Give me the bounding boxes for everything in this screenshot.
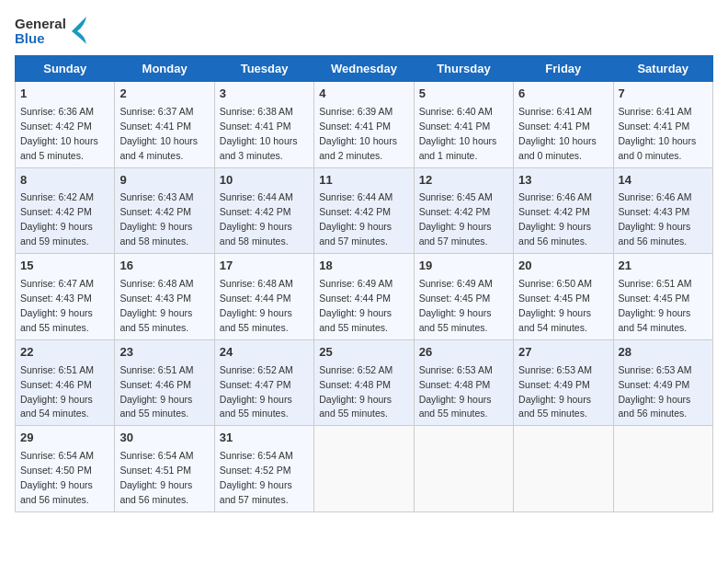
calendar-day-cell: 25 Sunrise: 6:52 AMSunset: 4:48 PMDaylig…	[314, 339, 414, 426]
calendar-day-cell: 16 Sunrise: 6:48 AMSunset: 4:43 PMDaylig…	[115, 254, 214, 340]
day-detail: Sunrise: 6:51 AMSunset: 4:46 PMDaylight:…	[119, 364, 193, 419]
day-number: 5	[419, 86, 508, 103]
calendar-day-cell: 24 Sunrise: 6:52 AMSunset: 4:47 PMDaylig…	[214, 339, 313, 426]
day-number: 17	[220, 258, 309, 275]
day-number: 9	[119, 172, 209, 190]
calendar-day-cell: 30 Sunrise: 6:54 AMSunset: 4:51 PMDaylig…	[115, 426, 214, 512]
calendar-week-row: 1 Sunrise: 6:36 AMSunset: 4:42 PMDayligh…	[16, 82, 713, 168]
calendar-day-cell: 14 Sunrise: 6:46 AMSunset: 4:43 PMDaylig…	[613, 167, 712, 254]
day-number: 2	[119, 86, 209, 103]
day-number: 26	[419, 344, 508, 362]
day-detail: Sunrise: 6:47 AMSunset: 4:43 PMDaylight:…	[20, 278, 94, 333]
day-detail: Sunrise: 6:46 AMSunset: 4:42 PMDaylight:…	[518, 191, 592, 247]
day-detail: Sunrise: 6:48 AMSunset: 4:43 PMDaylight:…	[119, 278, 193, 333]
calendar-day-cell: 8 Sunrise: 6:42 AMSunset: 4:42 PMDayligh…	[16, 167, 115, 254]
calendar-week-row: 29 Sunrise: 6:54 AMSunset: 4:50 PMDaylig…	[16, 426, 713, 512]
day-detail: Sunrise: 6:51 AMSunset: 4:46 PMDaylight:…	[20, 364, 94, 419]
day-number: 23	[119, 344, 209, 362]
day-number: 24	[220, 344, 309, 362]
calendar-table: SundayMondayTuesdayWednesdayThursdayFrid…	[15, 55, 713, 512]
day-number: 22	[20, 344, 109, 362]
calendar-day-cell: 20 Sunrise: 6:50 AMSunset: 4:45 PMDaylig…	[514, 254, 613, 340]
day-number: 16	[119, 258, 209, 275]
day-number: 25	[319, 344, 408, 362]
calendar-day-cell: 31 Sunrise: 6:54 AMSunset: 4:52 PMDaylig…	[214, 426, 313, 512]
calendar-day-cell	[514, 426, 613, 512]
calendar-header: SundayMondayTuesdayWednesdayThursdayFrid…	[16, 56, 713, 82]
day-detail: Sunrise: 6:49 AMSunset: 4:45 PMDaylight:…	[419, 278, 493, 333]
weekday-header: Saturday	[613, 56, 712, 82]
calendar-day-cell: 2 Sunrise: 6:37 AMSunset: 4:41 PMDayligh…	[115, 82, 214, 168]
calendar-day-cell: 17 Sunrise: 6:48 AMSunset: 4:44 PMDaylig…	[214, 254, 313, 340]
day-number: 21	[619, 258, 708, 275]
calendar-day-cell: 23 Sunrise: 6:51 AMSunset: 4:46 PMDaylig…	[115, 339, 214, 426]
day-number: 8	[20, 172, 109, 190]
day-detail: Sunrise: 6:41 AMSunset: 4:41 PMDaylight:…	[518, 106, 597, 161]
calendar-day-cell: 4 Sunrise: 6:39 AMSunset: 4:41 PMDayligh…	[314, 82, 414, 168]
day-number: 30	[119, 430, 209, 447]
header: General Blue	[15, 15, 713, 48]
day-number: 7	[619, 86, 708, 103]
calendar-week-row: 22 Sunrise: 6:51 AMSunset: 4:46 PMDaylig…	[16, 339, 713, 426]
calendar-day-cell: 13 Sunrise: 6:46 AMSunset: 4:42 PMDaylig…	[514, 167, 613, 254]
day-number: 29	[20, 430, 109, 447]
logo: General Blue	[15, 15, 88, 48]
day-number: 12	[419, 172, 508, 190]
weekday-header: Wednesday	[314, 56, 414, 82]
weekday-header: Thursday	[414, 56, 513, 82]
day-detail: Sunrise: 6:49 AMSunset: 4:44 PMDaylight:…	[319, 278, 392, 333]
day-detail: Sunrise: 6:36 AMSunset: 4:42 PMDaylight:…	[20, 106, 98, 161]
day-detail: Sunrise: 6:44 AMSunset: 4:42 PMDaylight:…	[319, 191, 392, 247]
day-detail: Sunrise: 6:54 AMSunset: 4:50 PMDaylight:…	[20, 450, 94, 505]
day-number: 13	[518, 172, 608, 190]
weekday-header: Sunday	[16, 56, 115, 82]
day-detail: Sunrise: 6:40 AMSunset: 4:41 PMDaylight:…	[419, 106, 497, 161]
day-detail: Sunrise: 6:52 AMSunset: 4:48 PMDaylight:…	[319, 364, 392, 419]
day-detail: Sunrise: 6:54 AMSunset: 4:52 PMDaylight:…	[220, 450, 293, 505]
day-detail: Sunrise: 6:53 AMSunset: 4:49 PMDaylight:…	[518, 364, 592, 419]
logo-general-text: General	[15, 17, 66, 32]
calendar-day-cell: 12 Sunrise: 6:45 AMSunset: 4:42 PMDaylig…	[414, 167, 513, 254]
day-number: 11	[319, 172, 408, 190]
logo-combined: General Blue	[15, 15, 88, 48]
calendar-day-cell	[414, 426, 513, 512]
day-number: 20	[518, 258, 608, 275]
day-detail: Sunrise: 6:53 AMSunset: 4:49 PMDaylight:…	[619, 364, 692, 419]
calendar-day-cell: 21 Sunrise: 6:51 AMSunset: 4:45 PMDaylig…	[613, 254, 712, 340]
day-detail: Sunrise: 6:53 AMSunset: 4:48 PMDaylight:…	[419, 364, 493, 419]
calendar-day-cell: 7 Sunrise: 6:41 AMSunset: 4:41 PMDayligh…	[613, 82, 712, 168]
day-number: 31	[220, 430, 309, 447]
calendar-day-cell: 22 Sunrise: 6:51 AMSunset: 4:46 PMDaylig…	[16, 339, 115, 426]
day-number: 10	[220, 172, 309, 190]
calendar-day-cell: 5 Sunrise: 6:40 AMSunset: 4:41 PMDayligh…	[414, 82, 513, 168]
logo-blue-text: Blue	[15, 31, 66, 47]
calendar-day-cell: 26 Sunrise: 6:53 AMSunset: 4:48 PMDaylig…	[414, 339, 513, 426]
day-detail: Sunrise: 6:37 AMSunset: 4:41 PMDaylight:…	[119, 106, 198, 161]
day-detail: Sunrise: 6:46 AMSunset: 4:43 PMDaylight:…	[619, 191, 692, 247]
day-detail: Sunrise: 6:42 AMSunset: 4:42 PMDaylight:…	[20, 191, 94, 247]
day-detail: Sunrise: 6:48 AMSunset: 4:44 PMDaylight:…	[220, 278, 293, 333]
weekday-header: Friday	[514, 56, 613, 82]
day-detail: Sunrise: 6:54 AMSunset: 4:51 PMDaylight:…	[119, 450, 193, 505]
calendar-day-cell: 9 Sunrise: 6:43 AMSunset: 4:42 PMDayligh…	[115, 167, 214, 254]
day-detail: Sunrise: 6:51 AMSunset: 4:45 PMDaylight:…	[619, 278, 692, 333]
calendar-day-cell	[314, 426, 414, 512]
calendar-day-cell: 27 Sunrise: 6:53 AMSunset: 4:49 PMDaylig…	[514, 339, 613, 426]
calendar-day-cell: 18 Sunrise: 6:49 AMSunset: 4:44 PMDaylig…	[314, 254, 414, 340]
day-number: 27	[518, 344, 608, 362]
calendar-week-row: 15 Sunrise: 6:47 AMSunset: 4:43 PMDaylig…	[16, 254, 713, 340]
weekday-header: Tuesday	[214, 56, 313, 82]
calendar-day-cell: 28 Sunrise: 6:53 AMSunset: 4:49 PMDaylig…	[613, 339, 712, 426]
day-number: 4	[319, 86, 408, 103]
day-detail: Sunrise: 6:41 AMSunset: 4:41 PMDaylight:…	[619, 106, 697, 161]
day-detail: Sunrise: 6:39 AMSunset: 4:41 PMDaylight:…	[319, 106, 397, 161]
calendar-day-cell: 15 Sunrise: 6:47 AMSunset: 4:43 PMDaylig…	[16, 254, 115, 340]
calendar-day-cell: 3 Sunrise: 6:38 AMSunset: 4:41 PMDayligh…	[214, 82, 313, 168]
calendar-day-cell: 19 Sunrise: 6:49 AMSunset: 4:45 PMDaylig…	[414, 254, 513, 340]
weekday-header: Monday	[115, 56, 214, 82]
day-detail: Sunrise: 6:38 AMSunset: 4:41 PMDaylight:…	[220, 106, 298, 161]
day-detail: Sunrise: 6:43 AMSunset: 4:42 PMDaylight:…	[119, 191, 193, 247]
day-number: 19	[419, 258, 508, 275]
day-detail: Sunrise: 6:52 AMSunset: 4:47 PMDaylight:…	[220, 364, 293, 419]
calendar-day-cell: 6 Sunrise: 6:41 AMSunset: 4:41 PMDayligh…	[514, 82, 613, 168]
